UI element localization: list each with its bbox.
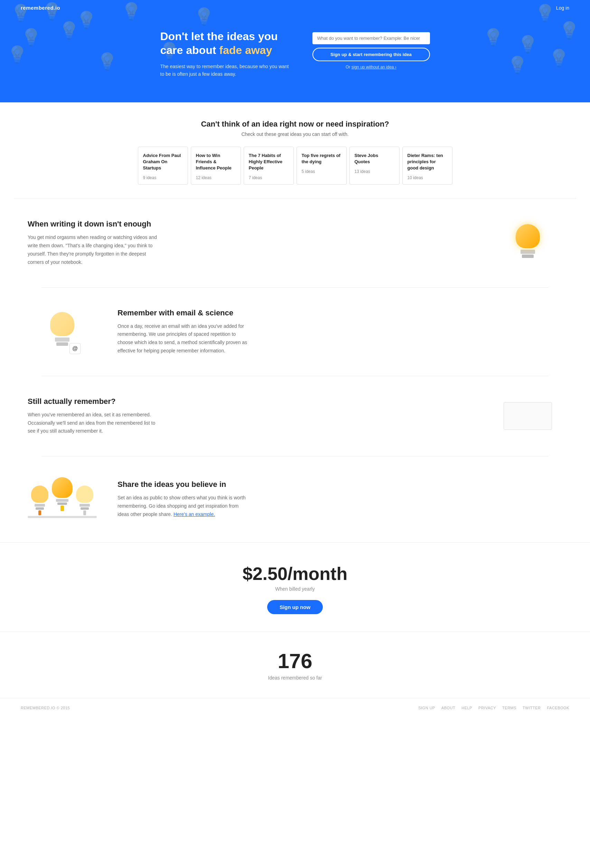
idea-card[interactable]: Advice From Paul Graham On Startups9 ide…	[138, 147, 188, 185]
idea-card-title: Advice From Paul Graham On Startups	[143, 152, 183, 171]
bulb-email-icon: @	[47, 312, 78, 351]
inspiration-headline: Can't think of an idea right now or need…	[14, 120, 576, 128]
idea-input[interactable]	[312, 32, 430, 44]
hero-left-panel: Don't let the ideas you care about fade …	[160, 30, 292, 78]
feature-share-title: Share the ideas you believe in	[118, 480, 562, 489]
footer-link[interactable]: TERMS	[502, 706, 516, 710]
idea-card-count: 13 ideas	[355, 169, 394, 174]
footer-copyright: REMEMBERED.IO © 2015	[21, 706, 70, 710]
idea-card-count: 12 ideas	[196, 175, 236, 180]
pricing-section: $2.50/month When billed yearly Sign up n…	[0, 542, 590, 632]
footer-link[interactable]: FACEBOOK	[547, 706, 569, 710]
hero-section: 💡 💡 💡 💡 💡 💡 💡 💡 💡 💡 💡 💡 💡 💡 💡 💡 remember…	[0, 0, 590, 102]
feature-remember: Still actually remember? When you've rem…	[28, 376, 562, 456]
inspiration-section: Can't think of an idea right now or need…	[0, 102, 590, 199]
navigation: remembered.io Log in	[0, 0, 590, 16]
remember-box	[503, 402, 552, 430]
stats-number: 176	[14, 649, 576, 673]
hero-content: Don't let the ideas you care about fade …	[0, 16, 590, 102]
idea-card-title: The 7 Habits of Highly Effective People	[249, 152, 288, 171]
footer-link[interactable]: ABOUT	[441, 706, 455, 710]
feature-email: Remember with email & science Once a day…	[28, 288, 562, 376]
idea-card[interactable]: The 7 Habits of Highly Effective People7…	[244, 147, 294, 185]
idea-card-title: Steve Jobs Quotes	[355, 152, 394, 165]
multi-bulbs-icon	[31, 477, 93, 515]
idea-card-title: Dieter Rams: ten principles for good des…	[408, 152, 447, 171]
hero-cta-button[interactable]: Sign up & start remembering this idea	[312, 48, 430, 61]
feature-remember-icon	[493, 402, 562, 430]
feature-remember-body: When you've remembered an idea, set it a…	[28, 411, 159, 435]
idea-card-count: 10 ideas	[408, 175, 447, 180]
login-link[interactable]: Log in	[556, 5, 569, 11]
feature-email-text: Remember with email & science Once a day…	[118, 309, 562, 355]
features-section: When writing it down isn't enough You ge…	[0, 199, 590, 542]
site-logo: remembered.io	[21, 5, 60, 11]
bulb-glow-icon	[512, 224, 543, 262]
pricing-amount: $2.50/month	[14, 563, 576, 584]
footer-links: SIGN UPABOUTHELPPRIVACYTERMSTWITTERFACEB…	[418, 706, 569, 710]
feature-email-body: Once a day, receive an email with an ide…	[118, 322, 249, 355]
idea-card[interactable]: Steve Jobs Quotes13 ideas	[349, 147, 400, 185]
footer-link[interactable]: PRIVACY	[478, 706, 496, 710]
pricing-signup-button[interactable]: Sign up now	[267, 600, 323, 614]
footer-link[interactable]: HELP	[461, 706, 472, 710]
feature-writing-text: When writing it down isn't enough You ge…	[28, 220, 472, 266]
feature-share-icon	[28, 477, 97, 521]
idea-card[interactable]: Top five regrets of the dying5 ideas	[297, 147, 347, 185]
pricing-period: When billed yearly	[14, 586, 576, 592]
footer: REMEMBERED.IO © 2015 SIGN UPABOUTHELPPRI…	[0, 698, 590, 717]
idea-card-count: 5 ideas	[302, 169, 341, 174]
feature-email-icon: @	[28, 312, 97, 351]
feature-share-body: Set an idea as public to show others wha…	[118, 494, 249, 518]
signup-no-idea-link[interactable]: sign up without an idea ›	[352, 65, 396, 69]
footer-link[interactable]: SIGN UP	[418, 706, 435, 710]
idea-cards-container: Advice From Paul Graham On Startups9 ide…	[14, 147, 576, 185]
feature-remember-text: Still actually remember? When you've rem…	[28, 397, 472, 435]
hero-headline: Don't let the ideas you care about fade …	[160, 30, 292, 57]
stats-label: Ideas remembered so far	[14, 675, 576, 681]
feature-writing-title: When writing it down isn't enough	[28, 220, 472, 229]
hero-signup-alternative: Or sign up without an idea ›	[312, 65, 430, 69]
feature-remember-title: Still actually remember?	[28, 397, 472, 406]
feature-share-text: Share the ideas you believe in Set an id…	[118, 480, 562, 518]
idea-card-count: 9 ideas	[143, 175, 183, 180]
footer-link[interactable]: TWITTER	[522, 706, 541, 710]
hero-headline-highlight: fade away	[219, 44, 272, 56]
feature-writing-body: You get mind orgasms when reading or wat…	[28, 233, 159, 266]
feature-writing: When writing it down isn't enough You ge…	[28, 199, 562, 287]
email-badge: @	[69, 343, 81, 354]
idea-card-title: How to Win Friends & Influence People	[196, 152, 236, 171]
feature-share: Share the ideas you believe in Set an id…	[28, 456, 562, 542]
hero-right-panel: Sign up & start remembering this idea Or…	[312, 32, 430, 69]
idea-card-title: Top five regrets of the dying	[302, 152, 341, 165]
hero-description: The easiest way to remember ideas, becau…	[160, 63, 292, 78]
idea-card[interactable]: How to Win Friends & Influence People12 …	[191, 147, 241, 185]
idea-card[interactable]: Dieter Rams: ten principles for good des…	[402, 147, 452, 185]
example-link[interactable]: Here's an example.	[174, 511, 215, 517]
feature-writing-icon	[493, 224, 562, 262]
stats-section: 176 Ideas remembered so far	[0, 632, 590, 698]
idea-card-count: 7 ideas	[249, 175, 288, 180]
inspiration-subtext: Check out these great ideas you can star…	[14, 131, 576, 137]
feature-email-title: Remember with email & science	[118, 309, 562, 317]
